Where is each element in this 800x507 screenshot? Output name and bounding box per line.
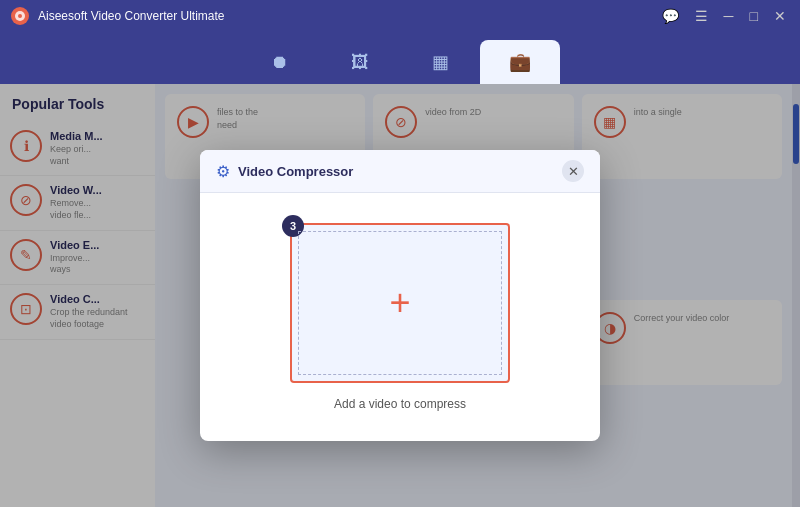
modal-title: Video Compressor xyxy=(238,164,353,179)
drop-zone-inner: + xyxy=(298,231,502,375)
main-area: Popular Tools ℹ Media M... Keep ori...wa… xyxy=(0,84,800,507)
modal-title-row: ⚙ Video Compressor xyxy=(216,162,353,181)
chat-icon[interactable]: 💬 xyxy=(658,6,683,26)
tab-enhance[interactable]: 🖼 xyxy=(320,40,400,84)
app-logo xyxy=(10,6,30,26)
tab-convert[interactable]: ⏺ xyxy=(240,40,320,84)
drop-zone[interactable]: 3 + xyxy=(290,223,510,383)
modal-header: ⚙ Video Compressor ✕ xyxy=(200,150,600,193)
minimize-icon[interactable]: ─ xyxy=(720,6,738,26)
window-controls: 💬 ☰ ─ □ ✕ xyxy=(658,6,790,26)
convert-icon: ⏺ xyxy=(271,52,289,73)
title-bar: Aiseesoft Video Converter Ultimate 💬 ☰ ─… xyxy=(0,0,800,32)
app-title: Aiseesoft Video Converter Ultimate xyxy=(38,9,225,23)
tab-toolbox[interactable]: 💼 xyxy=(480,40,560,84)
maximize-icon[interactable]: □ xyxy=(746,6,762,26)
modal-close-button[interactable]: ✕ xyxy=(562,160,584,182)
menu-icon[interactable]: ☰ xyxy=(691,6,712,26)
tab-edit[interactable]: ▦ xyxy=(400,40,480,84)
svg-point-2 xyxy=(18,14,22,18)
tab-bar: ⏺ 🖼 ▦ 💼 xyxy=(0,32,800,84)
video-compressor-modal: ⚙ Video Compressor ✕ 3 + Add a video to … xyxy=(200,150,600,441)
modal-title-icon: ⚙ xyxy=(216,162,230,181)
modal-body: 3 + Add a video to compress xyxy=(200,193,600,441)
window-close-icon[interactable]: ✕ xyxy=(770,6,790,26)
edit-icon: ▦ xyxy=(432,51,449,73)
enhance-icon: 🖼 xyxy=(351,52,369,73)
modal-overlay: ⚙ Video Compressor ✕ 3 + Add a video to … xyxy=(0,84,800,507)
drop-zone-label: Add a video to compress xyxy=(334,397,466,411)
plus-icon: + xyxy=(389,285,410,321)
toolbox-icon: 💼 xyxy=(509,51,531,73)
